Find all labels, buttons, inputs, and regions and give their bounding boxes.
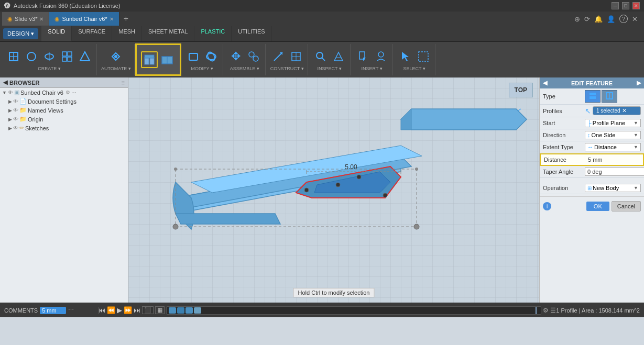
timeline-track[interactable] [166, 306, 541, 315]
ok-button[interactable]: OK [586, 202, 609, 211]
create-icon-2[interactable] [23, 48, 40, 65]
new-tab-button[interactable]: + [119, 14, 133, 24]
create-icon-4[interactable] [59, 48, 75, 65]
edit-feature-expand-icon[interactable]: ◀ [543, 80, 547, 86]
svg-point-52 [383, 193, 387, 197]
modify-label[interactable]: MODIFY ▾ [191, 66, 213, 71]
timeline-forward-icon[interactable]: ⏩ [124, 306, 132, 314]
edit-feature-collapse-icon[interactable]: ▶ [637, 80, 641, 86]
profiles-label: Profiles [543, 108, 585, 114]
slide-tab-close[interactable]: ✕ [39, 16, 43, 22]
tab-sunbed[interactable]: ◉ Sunbed Chair v6* ✕ [49, 12, 119, 26]
create-label[interactable]: CREATE ▾ [38, 66, 60, 71]
timeline-marker-2[interactable] [177, 307, 184, 314]
profiles-badge[interactable]: 1 selected ✕ [593, 106, 641, 115]
browser-item-docsettings[interactable]: ▶ 👁 📄 Document Settings [0, 97, 128, 106]
extra-icon-2[interactable] [203, 48, 220, 65]
timeline-rewind-icon[interactable]: ⏪ [107, 306, 115, 314]
insert-icon-1[interactable] [355, 48, 372, 65]
timeline-filter-icon[interactable]: ☰ [550, 307, 556, 314]
create-icon-1[interactable] [5, 48, 22, 65]
top-right-icon6[interactable]: ✕ [632, 15, 638, 23]
top-right-icon1[interactable]: ⊕ [574, 15, 580, 23]
timeline-playhead[interactable] [536, 307, 537, 314]
direction-dropdown[interactable]: ↕ One Side ▼ [585, 131, 641, 139]
close-button[interactable]: ✕ [632, 2, 640, 9]
insert-label[interactable]: INSERT ▾ [362, 66, 383, 71]
browser-item-origin[interactable]: ▶ 👁 📁 Origin [0, 115, 128, 124]
browser-item-sketches[interactable]: ▶ 👁 ✏ Sketches [0, 124, 128, 132]
top-right-icon3[interactable]: 🔔 [594, 15, 603, 23]
assemble-icon-2[interactable] [245, 48, 262, 65]
sketches-eye-icon[interactable]: 👁 [13, 125, 18, 131]
insert-icon-2[interactable] [373, 48, 389, 65]
extra-icon-1[interactable] [185, 48, 202, 65]
select-icon-2[interactable] [415, 48, 432, 65]
root-more-icon[interactable]: ⋯ [71, 90, 77, 95]
plastic-icon-2[interactable] [159, 51, 176, 68]
inspect-icon-1[interactable] [312, 48, 329, 65]
automate-label[interactable]: AUTOMATE ▾ [101, 66, 131, 71]
inspect-label[interactable]: INSPECT ▾ [318, 66, 342, 71]
top-right-icon2[interactable]: ⟳ [584, 15, 590, 23]
toolbar-tab-solid[interactable]: SOLID [41, 26, 72, 41]
design-dropdown-button[interactable]: DESIGN ▾ [3, 28, 38, 39]
construct-icon-2[interactable] [288, 48, 304, 65]
toolbar-tab-plastic[interactable]: PLASTIC [194, 26, 232, 41]
create-icon-5[interactable] [77, 48, 93, 65]
select-label[interactable]: SELECT ▾ [403, 66, 425, 71]
timeline-mode-icon[interactable]: ▦ [155, 306, 165, 314]
tab-slide[interactable]: ◉ Slide v3* ✕ [2, 12, 49, 26]
toolbar-tab-sheetmetal[interactable]: SHEET METAL [142, 26, 194, 41]
timeline-marker-3[interactable] [185, 307, 193, 314]
create-icon-3[interactable] [41, 48, 58, 65]
browser-item-root[interactable]: ▼ 👁 ▣ Sunbed Chair v6 ⚙ ⋯ [0, 88, 128, 97]
timeline-marker-4[interactable] [194, 307, 201, 314]
select-icon-1[interactable] [397, 48, 414, 65]
timeline-items [167, 307, 203, 314]
move-icon[interactable]: ✥ [227, 48, 244, 65]
canvas-area[interactable]: TOP [128, 77, 539, 303]
root-eye-icon[interactable]: 👁 [8, 90, 13, 95]
docsettings-eye-icon[interactable]: 👁 [13, 98, 18, 104]
toolbar-tab-utilities[interactable]: UTILITIES [232, 26, 271, 41]
top-right-icon4[interactable]: 👤 [607, 15, 615, 23]
comments-more-icon[interactable]: ⋯ [68, 307, 74, 314]
top-right-icon5[interactable]: ? [619, 15, 628, 23]
type-btn-2[interactable] [602, 90, 617, 103]
cancel-button[interactable]: Cancel [612, 201, 641, 212]
info-icon[interactable]: i [543, 202, 551, 210]
browser-item-namedviews[interactable]: ▶ 👁 📁 Named Views [0, 106, 128, 115]
timeline-record-icon[interactable]: ⬛ [142, 306, 154, 314]
toolbar-tab-surface[interactable]: SURFACE [72, 26, 112, 41]
plastic-icon-1[interactable] [141, 51, 158, 68]
start-dropdown[interactable]: ├ Profile Plane ▼ [585, 119, 641, 127]
automate-icon-1[interactable] [107, 48, 124, 65]
taperangle-input[interactable] [585, 168, 644, 176]
construct-label[interactable]: CONSTRUCT ▾ [270, 66, 304, 71]
minimize-button[interactable]: ─ [612, 2, 619, 9]
toolbar-tab-mesh[interactable]: MESH [112, 26, 142, 41]
operation-dropdown[interactable]: ⊞ New Body ▼ [585, 184, 641, 192]
timeline-play-icon[interactable]: ▶ [117, 306, 122, 314]
inspect-icon-2[interactable] [330, 48, 347, 65]
assemble-label[interactable]: ASSEMBLE ▾ [230, 66, 259, 71]
root-settings-icon[interactable]: ⚙ [66, 90, 70, 95]
timeline-settings-icon[interactable]: ⚙ [543, 307, 549, 314]
timeline-next-icon[interactable]: ⏭ [134, 306, 140, 314]
browser-expand-icon[interactable]: ◀ [3, 79, 7, 86]
browser-filter-icon[interactable]: ≡ [122, 80, 125, 86]
type-btn-1[interactable] [585, 90, 601, 103]
extenttype-dropdown[interactable]: ↔ Distance ▼ [585, 143, 641, 151]
distance-input[interactable] [586, 156, 644, 163]
comments-input[interactable] [40, 307, 66, 314]
construct-icon-1[interactable] [270, 48, 287, 65]
origin-eye-icon[interactable]: 👁 [13, 116, 18, 122]
maximize-button[interactable]: □ [622, 2, 629, 9]
timeline-prev-icon[interactable]: ⏮ [99, 306, 105, 314]
profiles-clear-icon[interactable]: ✕ [622, 107, 627, 114]
timeline-marker-1[interactable] [169, 307, 176, 314]
sunbed-tab-close[interactable]: ✕ [110, 16, 114, 22]
namedviews-eye-icon[interactable]: 👁 [13, 107, 18, 113]
toolbar-group-move: ✥ ASSEMBLE ▾ [224, 44, 266, 75]
